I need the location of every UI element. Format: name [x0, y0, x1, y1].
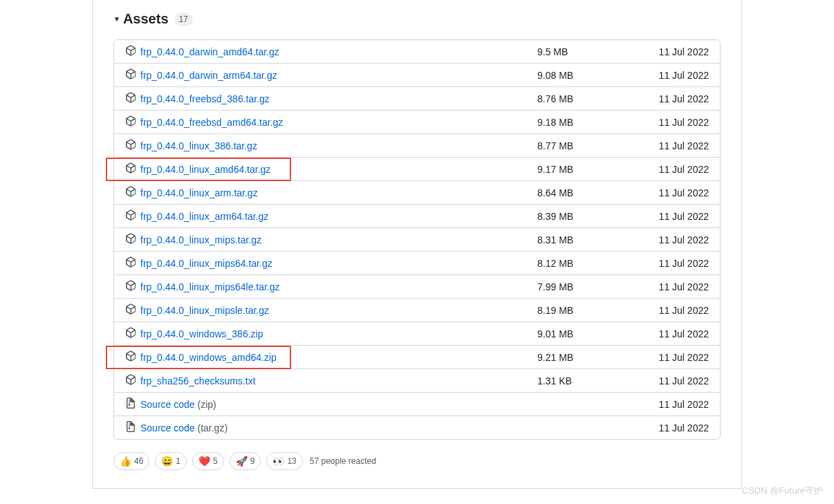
assets-toggle[interactable]: ▼ Assets 17	[113, 0, 721, 39]
asset-link[interactable]: frp_0.44.0_linux_mips64.tar.gz	[140, 258, 272, 269]
asset-link[interactable]: frp_0.44.0_linux_mipsle.tar.gz	[140, 305, 269, 316]
asset-row: frp_0.44.0_linux_arm64.tar.gz8.39 MB11 J…	[114, 204, 720, 227]
package-icon	[125, 304, 140, 317]
asset-date: 11 Jul 2022	[655, 187, 709, 198]
asset-link[interactable]: frp_0.44.0_linux_amd64.tar.gz	[140, 164, 270, 175]
asset-date: 11 Jul 2022	[655, 234, 709, 245]
asset-date: 11 Jul 2022	[655, 352, 709, 363]
asset-name-cell: frp_0.44.0_linux_arm64.tar.gz	[125, 209, 537, 223]
asset-date: 11 Jul 2022	[655, 93, 709, 104]
asset-row: frp_0.44.0_linux_386.tar.gz8.77 MB11 Jul…	[114, 133, 720, 157]
asset-size: 9.21 MB	[537, 352, 655, 363]
asset-size: 9.5 MB	[537, 46, 655, 57]
reaction-emoji-icon: 👍	[120, 456, 131, 467]
package-icon	[125, 351, 140, 364]
asset-date: 11 Jul 2022	[655, 46, 709, 57]
reaction-emoji-icon: 🚀	[236, 456, 248, 467]
asset-link[interactable]: frp_0.44.0_linux_mips64le.tar.gz	[140, 281, 280, 292]
asset-link[interactable]: frp_sha256_checksums.txt	[140, 375, 256, 386]
asset-date: 11 Jul 2022	[655, 422, 709, 433]
reaction-count: 13	[287, 456, 296, 466]
reaction-emoji-icon: ❤️	[198, 456, 210, 467]
asset-row: frp_0.44.0_linux_mipsle.tar.gz8.19 MB11 …	[114, 298, 720, 321]
asset-link[interactable]: frp_0.44.0_windows_386.zip	[140, 328, 263, 339]
file-zip-icon	[125, 398, 140, 411]
asset-link[interactable]: frp_0.44.0_windows_amd64.zip	[140, 352, 277, 363]
asset-name-cell: frp_0.44.0_windows_386.zip	[125, 327, 537, 340]
asset-size: 9.08 MB	[537, 70, 655, 81]
asset-name-cell: frp_0.44.0_freebsd_amd64.tar.gz	[125, 115, 537, 129]
reaction-pill[interactable]: 🚀9	[230, 452, 261, 470]
reaction-pill[interactable]: 👍46	[113, 452, 149, 470]
asset-link[interactable]: frp_0.44.0_linux_mips.tar.gz	[140, 234, 261, 245]
asset-date: 11 Jul 2022	[655, 117, 709, 128]
asset-size: 9.18 MB	[537, 117, 655, 128]
asset-name-cell: frp_0.44.0_linux_mips64le.tar.gz	[125, 280, 537, 293]
asset-link[interactable]: Source code (zip)	[140, 399, 216, 410]
reaction-emoji-icon: 👀	[272, 456, 284, 467]
asset-date: 11 Jul 2022	[655, 328, 709, 339]
package-icon	[125, 45, 140, 58]
caret-down-icon: ▼	[113, 15, 120, 23]
asset-suffix: (tar.gz)	[195, 422, 228, 433]
asset-name-cell: Source code (zip)	[125, 398, 537, 411]
asset-row: frp_0.44.0_windows_386.zip9.01 MB11 Jul …	[114, 321, 720, 345]
asset-date: 11 Jul 2022	[655, 164, 709, 175]
asset-row: frp_0.44.0_linux_mips.tar.gz8.31 MB11 Ju…	[114, 227, 720, 251]
reactions-summary: 57 people reacted	[310, 456, 376, 466]
asset-row: frp_0.44.0_freebsd_amd64.tar.gz9.18 MB11…	[114, 110, 720, 133]
package-icon	[125, 139, 140, 152]
asset-link[interactable]: frp_0.44.0_darwin_arm64.tar.gz	[140, 70, 277, 81]
asset-name-cell: frp_0.44.0_linux_mips64.tar.gz	[125, 256, 537, 270]
asset-size: 8.76 MB	[537, 93, 655, 104]
package-icon	[125, 209, 140, 223]
package-icon	[125, 327, 140, 340]
asset-row: frp_0.44.0_linux_arm.tar.gz8.64 MB11 Jul…	[114, 180, 720, 204]
asset-date: 11 Jul 2022	[655, 281, 709, 292]
asset-name-cell: frp_0.44.0_linux_mips.tar.gz	[125, 233, 537, 246]
asset-name-cell: frp_0.44.0_linux_mipsle.tar.gz	[125, 304, 537, 317]
asset-date: 11 Jul 2022	[655, 258, 709, 269]
asset-link[interactable]: frp_0.44.0_linux_arm.tar.gz	[140, 187, 258, 198]
asset-size: 8.39 MB	[537, 211, 655, 222]
package-icon	[125, 162, 140, 176]
asset-name-cell: frp_0.44.0_windows_amd64.zip	[125, 351, 537, 364]
package-icon	[125, 233, 140, 246]
reactions-bar: 👍46😄1❤️5🚀9👀1357 people reacted	[113, 452, 721, 470]
asset-name-cell: frp_0.44.0_linux_386.tar.gz	[125, 139, 537, 152]
assets-title: Assets	[123, 11, 169, 27]
package-icon	[125, 186, 140, 199]
asset-name-cell: Source code (tar.gz)	[125, 421, 537, 434]
asset-list: frp_0.44.0_darwin_amd64.tar.gz9.5 MB11 J…	[113, 39, 721, 440]
asset-name-cell: frp_0.44.0_darwin_arm64.tar.gz	[125, 68, 537, 82]
package-icon	[125, 92, 140, 105]
asset-date: 11 Jul 2022	[655, 399, 709, 410]
asset-name-cell: frp_0.44.0_freebsd_386.tar.gz	[125, 92, 537, 105]
asset-link[interactable]: frp_0.44.0_linux_386.tar.gz	[140, 140, 257, 151]
reaction-pill[interactable]: 😄1	[155, 452, 187, 470]
asset-name-cell: frp_0.44.0_darwin_amd64.tar.gz	[125, 45, 537, 58]
asset-size: 8.64 MB	[537, 187, 655, 198]
asset-row: Source code (zip)11 Jul 2022	[114, 392, 720, 416]
asset-link[interactable]: Source code (tar.gz)	[140, 422, 228, 433]
package-icon	[125, 68, 140, 82]
reaction-pill[interactable]: 👀13	[266, 452, 302, 470]
watermark-text: CSDN @Future守护	[742, 485, 823, 489]
asset-link[interactable]: frp_0.44.0_freebsd_amd64.tar.gz	[140, 117, 283, 128]
asset-size: 9.17 MB	[537, 164, 655, 175]
package-icon	[125, 374, 140, 387]
asset-link[interactable]: frp_0.44.0_linux_arm64.tar.gz	[140, 211, 268, 222]
asset-date: 11 Jul 2022	[655, 375, 709, 386]
asset-date: 11 Jul 2022	[655, 305, 709, 316]
asset-link[interactable]: frp_0.44.0_freebsd_386.tar.gz	[140, 93, 270, 104]
asset-link[interactable]: frp_0.44.0_darwin_amd64.tar.gz	[140, 46, 279, 57]
package-icon	[125, 280, 140, 293]
asset-date: 11 Jul 2022	[655, 70, 709, 81]
asset-row: frp_0.44.0_darwin_arm64.tar.gz9.08 MB11 …	[114, 63, 720, 86]
asset-size: 1.31 KB	[537, 375, 655, 386]
asset-size: 8.12 MB	[537, 258, 655, 269]
asset-name-cell: frp_0.44.0_linux_arm.tar.gz	[125, 186, 537, 199]
file-zip-icon	[125, 421, 140, 434]
package-icon	[125, 115, 140, 129]
reaction-pill[interactable]: ❤️5	[192, 452, 224, 470]
